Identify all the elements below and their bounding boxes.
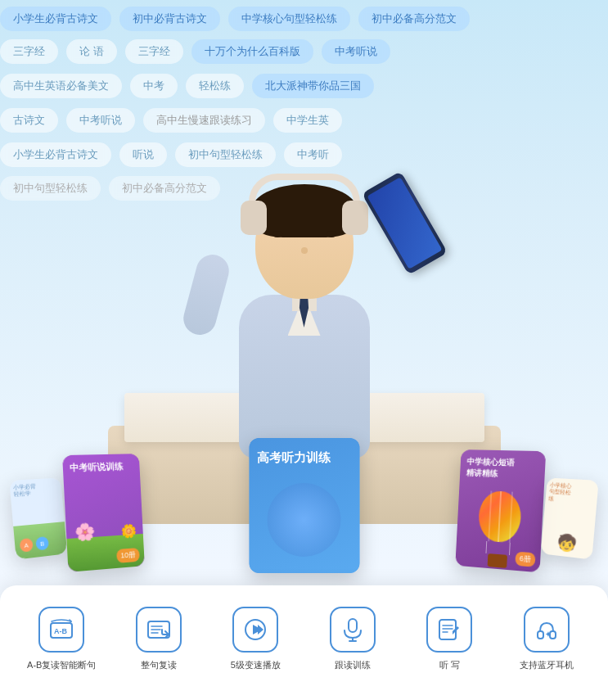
svg-text:A-B: A-B xyxy=(54,627,67,635)
tag-pill[interactable]: 三字经 xyxy=(0,39,58,64)
toolbar-followread[interactable]: 跟读训练 xyxy=(304,607,402,671)
tag-pill[interactable]: 论 语 xyxy=(66,39,117,64)
tag-pill[interactable]: 初中句型轻松练 xyxy=(0,176,101,201)
tag-pill[interactable]: 小学生必背古诗文 xyxy=(0,142,111,167)
tag-pill[interactable]: 小学生必背古诗文 xyxy=(0,7,111,31)
repeat-icon xyxy=(136,607,182,653)
tag-pill[interactable]: 中考听说 xyxy=(66,108,135,133)
tag-pill[interactable]: 高中生英语必备美文 xyxy=(0,74,122,98)
toolbar-bluetooth[interactable]: ✦ 支持蓝牙耳机 xyxy=(498,607,596,671)
svg-rect-12 xyxy=(439,620,456,639)
svg-marker-8 xyxy=(258,625,263,635)
course-cards: 小学必背轻松学 A B 中考听说训练 🌸 🌼 10册 高考听力训练 xyxy=(0,418,608,581)
card-4-title: 中学核心短语精讲精练 xyxy=(460,449,547,485)
toolbar-speed-label: 5级变速播放 xyxy=(231,659,281,671)
tag-pill[interactable]: 中学核心句型轻松练 xyxy=(228,7,350,31)
bottom-toolbar: A-B A-B复读智能断句 整句复读 xyxy=(0,585,608,700)
svg-text:✦: ✦ xyxy=(545,630,552,639)
write-icon xyxy=(426,607,472,653)
card-3-title: 高考听力训练 xyxy=(249,438,359,472)
headphones-icon xyxy=(241,174,368,235)
mic-icon xyxy=(330,607,376,653)
toolbar-dictation[interactable]: 听 写 xyxy=(401,607,498,671)
card-2[interactable]: 中考听说训练 🌸 🌼 10册 xyxy=(62,454,145,572)
card-2-badge: 10册 xyxy=(116,548,140,563)
svg-rect-9 xyxy=(349,619,357,632)
toolbar-repeat-label: 整句复读 xyxy=(141,659,177,671)
speed-icon xyxy=(232,607,278,653)
toolbar-dictation-label: 听 写 xyxy=(439,659,460,671)
bluetooth-icon: ✦ xyxy=(524,607,570,653)
card-4[interactable]: 中学核心短语精讲精练 6册 xyxy=(455,449,546,572)
phone-device xyxy=(382,176,427,270)
tag-pill[interactable]: 古诗文 xyxy=(0,108,58,133)
card-1[interactable]: 小学必背轻松学 A B xyxy=(9,477,67,559)
tag-pill[interactable]: 中考 xyxy=(130,74,178,98)
card-5-title: 小学核心句型轻松练 xyxy=(548,482,595,506)
toolbar-followread-label: 跟读训练 xyxy=(335,659,371,671)
toolbar-speed[interactable]: 5级变速播放 xyxy=(207,607,304,671)
toolbar-ab-repeat-label: A-B复读智能断句 xyxy=(27,659,96,671)
card-3[interactable]: 高考听力训练 xyxy=(249,438,359,573)
ab-repeat-icon: A-B xyxy=(38,607,84,653)
toolbar-repeat[interactable]: 整句复读 xyxy=(110,607,208,671)
tag-pill[interactable]: 初中必背古诗文 xyxy=(119,7,220,31)
card-5[interactable]: 小学核心句型轻松练 🧒 xyxy=(541,477,599,559)
card-4-badge: 6册 xyxy=(515,552,535,567)
toolbar-bluetooth-label: 支持蓝牙耳机 xyxy=(520,659,574,671)
toolbar-ab-repeat[interactable]: A-B A-B复读智能断句 xyxy=(13,607,110,671)
card-2-title: 中考听说训练 xyxy=(62,454,140,477)
tag-pill[interactable]: 初中必备高分范文 xyxy=(358,7,470,31)
svg-rect-16 xyxy=(538,631,543,639)
tag-pill[interactable]: 听说 xyxy=(119,142,167,167)
card-1-title: 小学必背轻松学 xyxy=(13,482,59,499)
